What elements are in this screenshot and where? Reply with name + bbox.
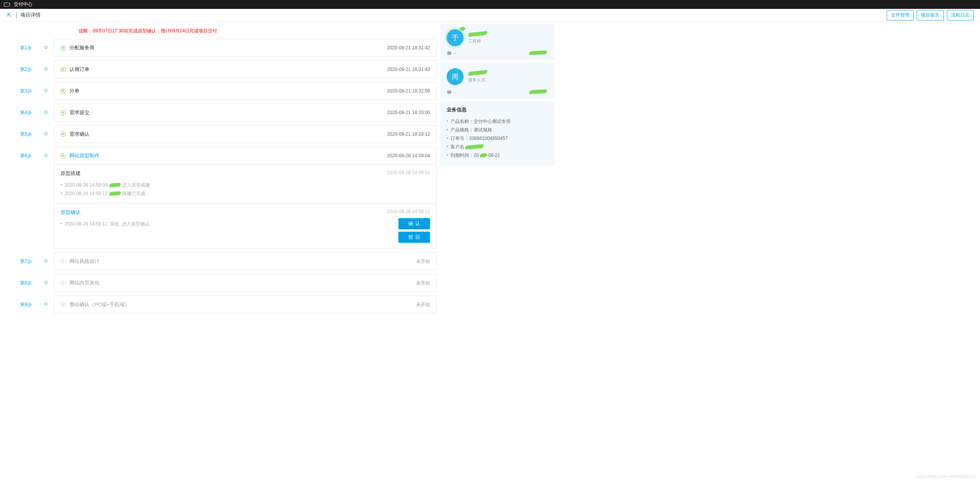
- step-time: 2020-08-21 18:31:43: [387, 67, 430, 72]
- substep-time: 2020-08-26 14:59:04: [387, 170, 430, 175]
- phone-text: ☎ --: [447, 51, 456, 56]
- step-time: 2020-08-21 18:32:59: [387, 88, 430, 94]
- log-text: 搭建已完成: [122, 189, 145, 198]
- step-label: 第8步: [20, 274, 38, 286]
- log-line: 2020-08-26 14:59:04 进入原型搭建: [61, 181, 430, 189]
- step-time: 2020-08-26 14:59:04: [387, 153, 430, 158]
- timeline-dot-icon: [44, 67, 47, 71]
- biz-line: 产品名称：交付中心测试专用: [447, 117, 548, 126]
- timeline-dot-icon: [44, 111, 47, 114]
- log-text: 进入原型搭建: [122, 181, 150, 189]
- step-row: 第4步 需求提交 2020-08-21 18:33:00: [20, 104, 437, 121]
- substep-card: 2020-08-26 14:59:04 原型搭建 2020-08-26 14:5…: [54, 165, 437, 204]
- substep-card: 2020-08-26 14:59:12 原型确认 2020-08-26 14:5…: [54, 204, 437, 249]
- step-status: 未开始: [416, 258, 430, 265]
- avatar: 周: [447, 68, 464, 85]
- step-title: 网站风格设计: [69, 258, 100, 265]
- person-card: 于 工程师 ☎ --: [440, 24, 555, 60]
- step-title: 整站确认（PC端+手机端）: [69, 301, 130, 308]
- redacted-icon: [479, 153, 487, 158]
- step-title: 认领订单: [69, 66, 89, 73]
- step-title: 需求确认: [69, 131, 89, 138]
- business-info-panel: 业务信息 产品名称：交付中心测试专用 产品规格：测试规格 订单号：2066610…: [440, 102, 555, 166]
- timeline-dot-icon: [44, 46, 47, 49]
- app-logo-icon: [4, 3, 8, 7]
- step-status: 未开始: [416, 280, 430, 286]
- biz-line: 客户名: [447, 143, 548, 151]
- step-title: 网站原型制作: [69, 152, 100, 159]
- redacted-icon: [109, 183, 120, 187]
- biz-line: 产品规格：测试规格: [447, 126, 548, 134]
- substep-title: 原型确认: [61, 209, 430, 216]
- log-actor: 系统: [110, 220, 119, 228]
- substep-time: 2020-08-26 14:59:12: [387, 209, 430, 214]
- step-title: 网站内页美化: [69, 279, 100, 286]
- status-active-icon: [61, 153, 66, 158]
- substep-title: 原型搭建: [61, 170, 430, 177]
- redacted-icon: [109, 191, 120, 196]
- back-icon[interactable]: ⇱: [4, 12, 15, 18]
- step-label: 第3步: [20, 82, 38, 94]
- subbar: ⇱ 项目详情 文件管理 项目留言 流程日志: [0, 9, 980, 22]
- biz-line: 订单号：206661004950457: [447, 134, 548, 143]
- status-done-icon: [61, 45, 66, 50]
- timeline-dot-icon: [44, 89, 47, 92]
- step-time: 2020-08-21 18:31:42: [387, 45, 430, 50]
- confirm-button[interactable]: 确认: [398, 218, 430, 229]
- step-row: 第1步 分配服务商 2020-08-21 18:31:42: [20, 39, 437, 57]
- redacted-icon: [465, 144, 484, 150]
- person-card: 周 服务人员 ☎ --: [440, 63, 555, 99]
- log-text: 进入原型确认: [122, 220, 150, 228]
- reminder-text: 提醒：09月07日17:30前完成原型确认，预计09月24日完成项目交付: [20, 24, 437, 39]
- step-label: 第4步: [20, 104, 38, 116]
- page-title: 项目详情: [20, 12, 40, 18]
- topbar: 交付中心: [0, 0, 980, 9]
- step-row: 第7步 网站风格设计 未开始: [20, 252, 437, 270]
- status-done-icon: [61, 89, 66, 94]
- log-time: 2020-08-26 14:59:11: [64, 189, 107, 198]
- step-time: 2020-08-21 18:33:00: [387, 110, 430, 115]
- redacted-icon: [468, 31, 488, 37]
- project-message-button[interactable]: 项目留言: [917, 10, 944, 20]
- step-row: 第5步 需求确认 2020-08-21 18:33:12: [20, 125, 437, 143]
- step-title: 分配服务商: [69, 44, 94, 51]
- step-row: 第2步 认领订单 2020-08-21 18:31:43: [20, 61, 437, 78]
- divider: [16, 12, 17, 18]
- status-pending-icon: [61, 259, 66, 264]
- timeline-dot-icon: [44, 132, 47, 135]
- step-status: 未开始: [416, 301, 430, 308]
- step-title: 分单: [69, 87, 79, 94]
- step-label: 第1步: [20, 39, 38, 51]
- biz-heading: 业务信息: [447, 106, 548, 113]
- log-time: 2020-08-26 14:59:12: [64, 220, 107, 228]
- step-label: 第7步: [20, 252, 38, 265]
- status-done-icon: [61, 67, 66, 72]
- timeline-dot-icon: [44, 259, 47, 262]
- person-role: 工程师: [468, 38, 487, 44]
- status-pending-icon: [61, 281, 66, 286]
- app-title: 交付中心: [14, 1, 32, 8]
- step-label: 第5步: [20, 125, 38, 138]
- status-done-icon: [61, 132, 66, 137]
- timeline-dot-icon: [44, 154, 47, 157]
- redacted-icon: [468, 70, 488, 76]
- redacted-icon: [529, 89, 547, 94]
- avatar: 于: [447, 29, 464, 46]
- biz-line: 到期时间：20-08-22: [447, 151, 548, 160]
- step-row: 第8步 网站内页美化 未开始: [20, 274, 437, 292]
- step-label: 第9步: [20, 296, 38, 308]
- redacted-icon: [529, 50, 547, 55]
- step-time: 2020-08-21 18:33:12: [387, 131, 430, 137]
- reject-button[interactable]: 驳回: [398, 232, 430, 243]
- log-time: 2020-08-26 14:59:04: [64, 181, 107, 189]
- step-title: 需求提交: [69, 109, 89, 116]
- timeline-dot-icon: [44, 303, 47, 306]
- log-line: 2020-08-26 14:59:12 系统 进入原型确认: [61, 220, 398, 228]
- log-line: 2020-08-26 14:59:11 搭建已完成: [61, 189, 430, 198]
- step-label: 第6步: [20, 147, 38, 159]
- file-manage-button[interactable]: 文件管理: [887, 10, 914, 20]
- step-row: 第9步 整站确认（PC端+手机端） 未开始: [20, 296, 437, 313]
- process-log-button[interactable]: 流程日志: [947, 10, 974, 20]
- step-label: 第2步: [20, 61, 38, 73]
- phone-text: ☎ --: [447, 90, 456, 95]
